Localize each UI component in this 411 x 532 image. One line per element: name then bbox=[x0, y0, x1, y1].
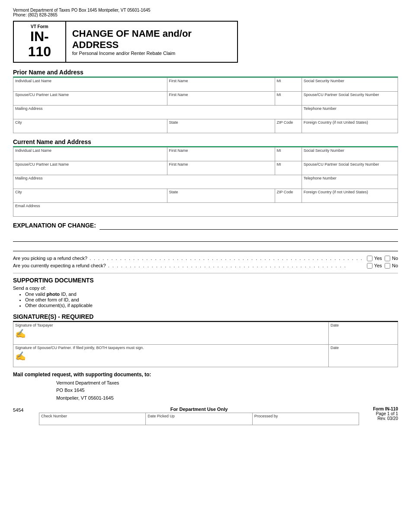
sig-taxpayer-date-input[interactable] bbox=[331, 328, 396, 333]
current-ssn-cell: Social Security Number bbox=[302, 147, 398, 161]
current-last-name-label: Individual Last Name bbox=[15, 148, 165, 153]
prior-table: Individual Last Name First Name MI Socia… bbox=[13, 77, 398, 133]
supporting-item-0: One valid photo ID, and bbox=[25, 292, 398, 297]
dept-check-input[interactable] bbox=[41, 419, 144, 424]
current-telephone-input[interactable] bbox=[304, 181, 396, 186]
refund-q1-yes-label: Yes bbox=[374, 256, 382, 261]
dept-use-inner: For Department Use Only Check Number Dat… bbox=[39, 407, 359, 425]
prior-first-name-label: First Name bbox=[169, 79, 273, 83]
prior-mailing-cell: Mailing Address bbox=[13, 106, 302, 119]
prior-row2: Spouse/CU Partner Last Name First Name M… bbox=[13, 92, 398, 106]
prior-mailing-label: Mailing Address bbox=[15, 106, 300, 111]
current-spouse-last-input[interactable] bbox=[15, 167, 165, 172]
prior-first-name-cell: First Name bbox=[167, 78, 275, 92]
form-id-left: VT Form IN-110 bbox=[14, 22, 66, 62]
refund-q1-no-label: No bbox=[392, 256, 398, 261]
current-spouse-ssn-label: Spouse/CU Partner Social Security Number bbox=[304, 162, 396, 167]
refund-q2-yes-group: Yes bbox=[367, 263, 382, 269]
current-foreign-input[interactable] bbox=[304, 195, 396, 200]
prior-ssn-label: Social Security Number bbox=[304, 79, 396, 83]
prior-telephone-cell: Telephone Number bbox=[302, 106, 398, 119]
current-mi-input[interactable] bbox=[277, 153, 300, 158]
current-spouse-mi-input[interactable] bbox=[277, 167, 300, 172]
refund-q1-no-checkbox[interactable] bbox=[385, 256, 390, 261]
supporting-title: SUPPORTING DOCUMENTS bbox=[13, 277, 398, 284]
current-spouse-mi-cell: MI bbox=[275, 161, 302, 175]
dept-use-check-label: Check Number bbox=[41, 414, 144, 418]
prior-last-name-cell: Individual Last Name bbox=[13, 78, 167, 92]
signature-section: SIGNATURE(S) - REQUIRED Signature of Tax… bbox=[13, 313, 398, 367]
refund-q2-no-group: No bbox=[385, 263, 398, 269]
prior-spouse-mi-label: MI bbox=[277, 93, 300, 97]
prior-mailing-input[interactable] bbox=[15, 111, 300, 116]
dept-use-date-cell: Date Picked Up bbox=[146, 413, 252, 425]
refund-q2-no-checkbox[interactable] bbox=[385, 263, 390, 269]
refund-q1-text: Are you picking up a refund check? bbox=[13, 256, 87, 261]
refund-q2-yes-checkbox[interactable] bbox=[367, 263, 372, 269]
prior-state-input[interactable] bbox=[169, 125, 273, 130]
prior-spouse-last-cell: Spouse/CU Partner Last Name bbox=[13, 92, 167, 106]
supporting-section: SUPPORTING DOCUMENTS Send a copy of: One… bbox=[13, 277, 398, 308]
current-section-header: Current Name and Address bbox=[13, 138, 398, 147]
current-spouse-first-cell: First Name bbox=[167, 161, 275, 175]
current-telephone-cell: Telephone Number bbox=[302, 175, 398, 189]
current-state-label: State bbox=[169, 190, 273, 194]
prior-zip-label: ZIP Code bbox=[277, 120, 300, 125]
current-last-name-input[interactable] bbox=[15, 153, 165, 158]
prior-spouse-first-cell: First Name bbox=[167, 92, 275, 106]
current-spouse-first-input[interactable] bbox=[169, 167, 273, 172]
explanation-line1-input[interactable] bbox=[100, 223, 398, 230]
prior-spouse-last-input[interactable] bbox=[15, 97, 165, 103]
prior-mi-input[interactable] bbox=[277, 83, 300, 89]
prior-ssn-input[interactable] bbox=[304, 83, 396, 89]
current-telephone-label: Telephone Number bbox=[304, 176, 396, 180]
current-city-input[interactable] bbox=[15, 195, 165, 200]
supporting-intro: Send a copy of: bbox=[13, 285, 398, 291]
sig-spouse-date-input[interactable] bbox=[331, 350, 396, 356]
current-foreign-cell: Foreign Country (if not United States) bbox=[302, 189, 398, 203]
current-zip-input[interactable] bbox=[277, 195, 300, 200]
current-row4: City State ZIP Code Foreign Country (if … bbox=[13, 189, 398, 203]
dept-date-input[interactable] bbox=[148, 419, 250, 424]
prior-spouse-mi-input[interactable] bbox=[277, 97, 300, 103]
separator-line bbox=[13, 273, 398, 273]
mail-section: Mail completed request, with supporting … bbox=[13, 372, 398, 402]
current-email-input[interactable] bbox=[15, 208, 396, 214]
form-title-box: VT Form IN-110 CHANGE OF NAME and/or ADD… bbox=[13, 21, 238, 63]
form-number: IN-110 bbox=[20, 29, 59, 59]
signature-table: Signature of Taxpayer ✍ Date Signature o… bbox=[13, 322, 398, 367]
prior-foreign-cell: Foreign Country (if not United States) bbox=[302, 119, 398, 133]
prior-row1: Individual Last Name First Name MI Socia… bbox=[13, 78, 398, 92]
prior-zip-input[interactable] bbox=[277, 125, 300, 130]
mail-title: Mail completed request, with supporting … bbox=[13, 372, 398, 378]
sig-taxpayer-label: Signature of Taxpayer bbox=[15, 323, 327, 327]
current-mailing-cell: Mailing Address bbox=[13, 175, 302, 189]
prior-spouse-ssn-input[interactable] bbox=[304, 97, 396, 103]
form-title-main: CHANGE OF NAME and/or ADDRESS bbox=[72, 28, 231, 51]
prior-last-name-input[interactable] bbox=[15, 83, 165, 89]
form-info-number: Form IN-110 bbox=[363, 407, 398, 411]
prior-city-input[interactable] bbox=[15, 125, 165, 130]
prior-first-name-input[interactable] bbox=[169, 83, 273, 89]
form-info-page: Page 1 of 1 bbox=[363, 411, 398, 416]
prior-mi-label: MI bbox=[277, 79, 300, 83]
sig-taxpayer-date-label: Date bbox=[331, 323, 396, 327]
current-ssn-input[interactable] bbox=[304, 153, 396, 158]
dept-processed-input[interactable] bbox=[254, 419, 357, 424]
sig-row1: Signature of Taxpayer ✍ Date bbox=[13, 322, 398, 344]
mail-address-line1: Vermont Department of Taxes bbox=[56, 379, 398, 387]
refund-q2-dots: . . . . . . . . . . . . . . . . . . . . … bbox=[106, 263, 367, 268]
current-state-input[interactable] bbox=[169, 195, 273, 200]
current-mailing-input[interactable] bbox=[15, 181, 300, 186]
sig-taxpayer-icon: ✍ bbox=[15, 328, 327, 339]
prior-foreign-input[interactable] bbox=[304, 125, 396, 130]
refund-q1-yes-checkbox[interactable] bbox=[367, 256, 372, 261]
supporting-item-1: One other form of ID, and bbox=[25, 297, 398, 302]
dept-use-row: Check Number Date Picked Up Processed by bbox=[39, 413, 359, 425]
current-spouse-ssn-input[interactable] bbox=[304, 167, 396, 172]
prior-spouse-first-input[interactable] bbox=[169, 97, 273, 103]
current-first-name-input[interactable] bbox=[169, 153, 273, 158]
prior-telephone-input[interactable] bbox=[304, 111, 396, 116]
current-row5: Email Address bbox=[13, 203, 398, 217]
sig-taxpayer-date-cell: Date bbox=[328, 322, 398, 344]
